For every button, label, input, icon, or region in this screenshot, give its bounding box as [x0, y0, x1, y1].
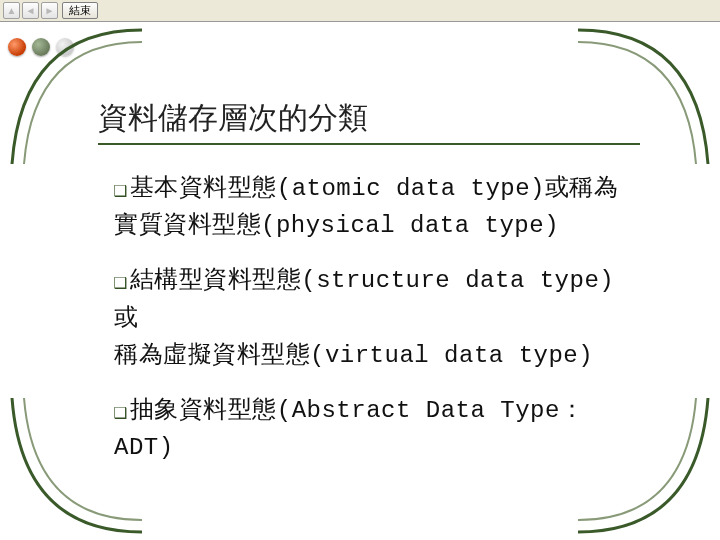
viewer-toolbar: ▲ ◄ ► 結束	[0, 0, 720, 22]
nav-prev-button[interactable]: ◄	[22, 2, 39, 19]
content-body: ❑基本資料型態(atomic data type)或稱為 實質資料型態(phys…	[114, 170, 634, 484]
bullet-icon: ❑	[114, 178, 128, 203]
title-underline	[98, 143, 640, 145]
bullet-icon: ❑	[114, 270, 128, 295]
nav-next-icon: ►	[45, 6, 55, 16]
slide-canvas: 資料儲存層次的分類 ❑基本資料型態(atomic data type)或稱為 實…	[0, 22, 720, 540]
slide-title: 資料儲存層次的分類	[98, 98, 640, 143]
bullet-continuation: 實質資料型態(physical data type)	[114, 212, 559, 239]
nav-up-button[interactable]: ▲	[3, 2, 20, 19]
nav-prev-icon: ◄	[26, 6, 36, 16]
bullet-continuation: 稱為虛擬資料型態(virtual data type)	[114, 342, 593, 369]
list-item: ❑抽象資料型態(Abstract Data Type：ADT)	[114, 392, 634, 466]
bullet-text: 抽象資料型態(Abstract Data Type：ADT)	[114, 397, 584, 461]
bullet-text: 結構型資料型態(structure data type)或	[114, 267, 614, 331]
nav-next-button[interactable]: ►	[41, 2, 58, 19]
title-block: 資料儲存層次的分類	[98, 98, 640, 145]
list-item: ❑結構型資料型態(structure data type)或 稱為虛擬資料型態(…	[114, 262, 634, 374]
bullet-icon: ❑	[114, 400, 128, 425]
nav-up-icon: ▲	[7, 6, 17, 16]
list-item: ❑基本資料型態(atomic data type)或稱為 實質資料型態(phys…	[114, 170, 634, 244]
bullet-text: 基本資料型態(atomic data type)或稱為	[130, 175, 619, 202]
end-show-button[interactable]: 結束	[62, 2, 98, 19]
